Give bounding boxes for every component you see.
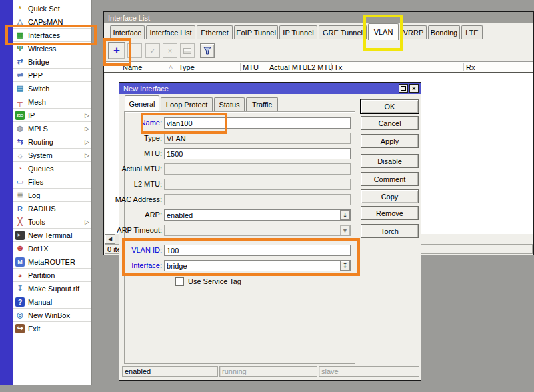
sidebar-item-switch[interactable]: ▤Switch xyxy=(13,82,91,95)
column-actual-mtu[interactable]: Actual MTU xyxy=(269,63,307,71)
tab-vrrp[interactable]: VRRP xyxy=(400,25,427,39)
sidebar-item-dot1x[interactable]: ⊕Dot1X xyxy=(13,242,91,255)
sidebar-item-manual[interactable]: ?Manual xyxy=(13,295,91,309)
remove-button[interactable]: − xyxy=(127,43,142,58)
sidebar-item-log[interactable]: ≣Log xyxy=(13,189,91,202)
comment-button[interactable] xyxy=(180,43,195,58)
cancel-button[interactable]: Cancel xyxy=(361,116,419,130)
tab-eoip-tunnel[interactable]: EoIP Tunnel xyxy=(234,25,278,39)
sidebar-item-label: Manual xyxy=(28,298,52,306)
sidebar-item-radius[interactable]: RRADIUS xyxy=(13,202,91,215)
interface-select[interactable] xyxy=(164,260,351,271)
sidebar-item-tools[interactable]: ╳Tools▷ xyxy=(13,215,91,229)
sidebar-item-new-terminal[interactable]: >_New Terminal xyxy=(13,229,91,242)
tab-lte[interactable]: LTE xyxy=(461,25,483,39)
sidebar-item-label: Quick Set xyxy=(28,5,60,13)
sidebar-item-metarouter[interactable]: MMetaROUTER xyxy=(13,255,91,269)
interface-row: Interface: ↧ xyxy=(119,260,422,272)
add-button[interactable]: + xyxy=(108,42,125,59)
arp-timeout-dropdown-icon[interactable]: ▼ xyxy=(340,225,350,235)
sidebar-item-quick-set[interactable]: *Quick Set xyxy=(13,2,91,15)
sidebar-item-interfaces[interactable]: ▦Interfaces xyxy=(13,29,91,42)
remove-button[interactable]: Remove xyxy=(361,206,419,220)
column-type[interactable]: Type xyxy=(179,63,195,71)
tab-interface-list[interactable]: Interface List xyxy=(146,25,195,39)
apply-button[interactable]: Apply xyxy=(361,134,419,148)
sidebar-item-ppp[interactable]: ⇌PPP xyxy=(13,69,91,82)
vlan-id-row: VLAN ID: xyxy=(119,245,422,257)
sidebar-item-label: New Terminal xyxy=(28,231,72,239)
sidebar-item-files[interactable]: ▭Files xyxy=(13,175,91,189)
sidebar-item-mesh[interactable]: ┬Mesh xyxy=(13,95,91,109)
radius-icon: R xyxy=(15,204,25,213)
sidebar-item-bridge[interactable]: ⇄Bridge xyxy=(13,55,91,69)
tab-traffic[interactable]: Traffic xyxy=(246,97,278,111)
interface-list-titlebar[interactable]: Interface List xyxy=(104,12,533,23)
close-button[interactable]: × xyxy=(409,84,419,93)
sidebar-item-queues[interactable]: ◔Queues xyxy=(13,162,91,175)
name-input[interactable] xyxy=(164,117,351,129)
sidebar-item-ip[interactable]: 255IP▷ xyxy=(13,109,91,122)
tools-icon: ╳ xyxy=(15,217,25,227)
tab-interface[interactable]: Interface xyxy=(110,25,145,39)
sidebar-item-label: Partition xyxy=(28,271,55,279)
submenu-arrow-icon: ▷ xyxy=(85,112,89,119)
dialog-titlebar[interactable]: New Interface xyxy=(119,83,421,94)
disable-button[interactable]: Disable xyxy=(361,154,419,168)
sidebar-item-routing[interactable]: ⇆Routing▷ xyxy=(13,135,91,149)
sidebar-item-wireless[interactable]: ΨWireless xyxy=(13,42,91,55)
comment-button[interactable]: Comment xyxy=(361,172,419,186)
tab-bonding[interactable]: Bonding xyxy=(428,25,460,39)
capsman-icon: △ xyxy=(15,17,25,27)
arp-select[interactable] xyxy=(164,209,351,221)
sidebar-item-label: Files xyxy=(28,178,43,186)
sidebar-item-label: Queues xyxy=(28,165,54,173)
tab-vlan[interactable]: VLAN xyxy=(368,23,399,40)
sidebar-item-label: Exit xyxy=(28,325,40,333)
column-tx[interactable]: Tx xyxy=(334,63,342,71)
copy-button[interactable]: Copy xyxy=(361,189,419,203)
use-service-tag-checkbox[interactable] xyxy=(175,277,184,286)
enable-button[interactable]: ✓ xyxy=(145,43,160,58)
interface-dropdown-icon[interactable]: ↧ xyxy=(340,261,350,271)
column-rx[interactable]: Rx xyxy=(466,63,475,71)
vlan-id-input[interactable] xyxy=(164,245,351,256)
scroll-left-icon[interactable]: ◀ xyxy=(105,234,115,244)
ip-icon: 255 xyxy=(15,111,25,120)
filter-button[interactable] xyxy=(200,43,215,58)
tab-ethernet[interactable]: Ethernet xyxy=(197,25,233,39)
sidebar-item-system[interactable]: ☼System▷ xyxy=(13,149,91,162)
tab-loop-protect[interactable]: Loop Protect xyxy=(161,97,213,111)
sidebar-item-label: MetaROUTER xyxy=(28,258,75,266)
tab-status[interactable]: Status xyxy=(214,97,245,111)
tab-ip-tunnel[interactable]: IP Tunnel xyxy=(279,25,317,39)
switch-icon: ▤ xyxy=(15,84,25,93)
new-winbox-icon: ◎ xyxy=(15,311,25,320)
mtu-label: MTU: xyxy=(144,149,162,157)
tab-general[interactable]: General xyxy=(125,95,159,111)
sidebar-item-mpls[interactable]: ◍MPLS▷ xyxy=(13,122,91,135)
maximize-icon xyxy=(401,86,406,91)
sidebar-item-label: Wireless xyxy=(28,45,56,53)
maximize-button[interactable] xyxy=(399,84,408,93)
column-name[interactable]: Name xyxy=(123,63,142,71)
disable-button[interactable]: × xyxy=(163,43,177,58)
sidebar-item-exit[interactable]: ↪Exit xyxy=(13,322,91,335)
vlan-id-label: VLAN ID: xyxy=(131,246,162,254)
interface-list-toolbar: + − ✓ × xyxy=(104,42,533,61)
column-l2-mtu[interactable]: L2 MTU xyxy=(307,63,333,71)
arp-timeout-input xyxy=(164,225,351,236)
mtu-input[interactable] xyxy=(164,148,351,159)
sidebar-item-make-supout[interactable]: ↧Make Supout.rif xyxy=(13,282,91,295)
ok-button[interactable]: OK xyxy=(361,99,419,113)
sidebar-item-partition[interactable]: ◕Partition xyxy=(13,269,91,282)
sidebar-item-label: System xyxy=(28,151,53,159)
torch-button[interactable]: Torch xyxy=(361,224,419,238)
arp-dropdown-icon[interactable]: ↧ xyxy=(340,210,350,220)
column-mtu[interactable]: MTU xyxy=(243,63,259,71)
sidebar-item-label: Make Supout.rif xyxy=(28,285,79,293)
sidebar-item-new-winbox[interactable]: ◎New WinBox xyxy=(13,309,91,322)
sort-ascending-icon[interactable]: △ xyxy=(169,64,173,70)
tab-gre-tunnel[interactable]: GRE Tunnel xyxy=(319,25,367,39)
sidebar-item-capsman[interactable]: △CAPsMAN xyxy=(13,15,91,29)
